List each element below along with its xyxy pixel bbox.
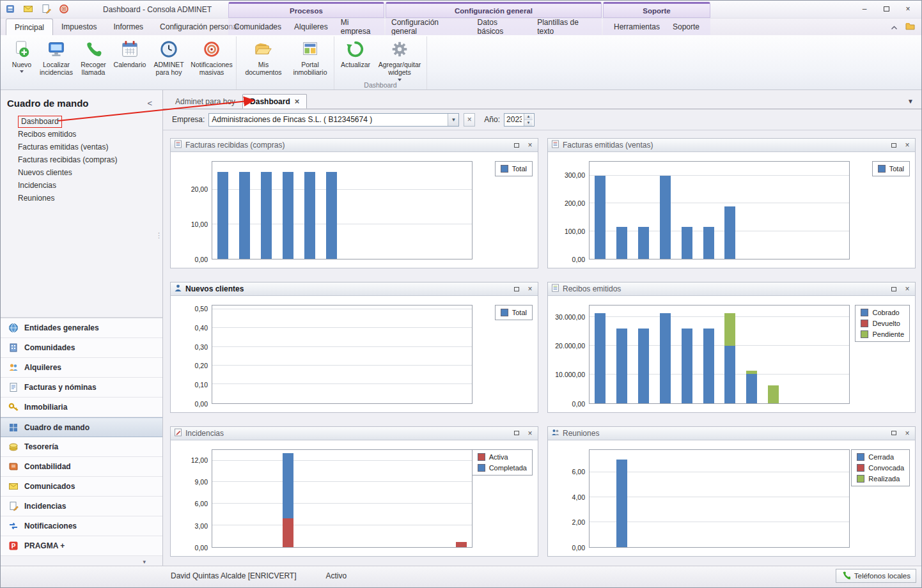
refresh-button[interactable]: Actualizar bbox=[337, 38, 374, 70]
ribbon-tab-soporte[interactable]: Soporte bbox=[667, 19, 705, 35]
real-estate-portal-button[interactable]: Portal inmobiliario bbox=[289, 38, 331, 79]
ribbon-tab-comunidades[interactable]: Comunidades bbox=[228, 19, 287, 35]
nav-item-notificaciones[interactable]: Notificaciones bbox=[1, 516, 162, 536]
widget-facturas-emitidas: Facturas emitidas (ventas) × 0,00100,002… bbox=[547, 138, 916, 268]
nav-item-contabilidad[interactable]: Contabilidad bbox=[1, 457, 162, 477]
nav-item-comunidades[interactable]: Comunidades bbox=[1, 338, 162, 358]
empresa-combobox[interactable]: ▼ bbox=[208, 113, 459, 127]
empresa-clear-button[interactable]: × bbox=[464, 113, 475, 127]
app-icon[interactable] bbox=[4, 3, 16, 15]
nav-item-cuadro-de-mando[interactable]: Cuadro de mando bbox=[1, 417, 162, 437]
ribbon-tab-impuestos[interactable]: Impuestos bbox=[53, 19, 105, 35]
my-documents-button[interactable]: Mis documentos bbox=[239, 38, 288, 79]
maximize-widget-button[interactable] bbox=[889, 429, 898, 438]
ribbon-tab-herramientas[interactable]: Herramientas bbox=[608, 19, 666, 35]
close-widget-button[interactable]: × bbox=[526, 429, 535, 438]
widget-header[interactable]: Nuevos clientes × bbox=[171, 282, 538, 296]
nav-item-label: Contabilidad bbox=[24, 462, 71, 471]
sidebar-item-dashboard[interactable]: Dashboard bbox=[18, 115, 162, 128]
collapse-nav-icon[interactable]: ▾ bbox=[143, 559, 146, 565]
nav-item-alquileres[interactable]: Alquileres bbox=[1, 358, 162, 378]
nav-item-comunicados[interactable]: Comunicados bbox=[1, 477, 162, 497]
sidebar-item-recibos-emitidos[interactable]: Recibos emitidos bbox=[18, 128, 162, 141]
spin-down-icon[interactable]: ▼ bbox=[524, 120, 533, 126]
anio-input[interactable] bbox=[504, 114, 524, 126]
sidebar-item-facturas-emitidas[interactable]: Facturas emitidas (ventas) bbox=[18, 141, 162, 153]
ribbon-group-documents: Mis documentos Portal inmobiliario bbox=[237, 36, 334, 89]
chart-bar bbox=[703, 227, 714, 259]
sidebar-item-nuevos-clientes[interactable]: Nuevos clientes bbox=[18, 166, 162, 179]
nav-item-entidades-generales[interactable]: Entidades generales bbox=[1, 318, 162, 338]
broadcast-icon[interactable] bbox=[58, 3, 70, 15]
close-widget-button[interactable]: × bbox=[526, 141, 535, 150]
folder-shortcut-icon[interactable] bbox=[905, 21, 915, 33]
sidebar-item-facturas-recibidas[interactable]: Facturas recibidas (compras) bbox=[18, 153, 162, 166]
splitter-handle[interactable]: ⋮ bbox=[155, 231, 162, 240]
local-phones-button[interactable]: Teléfonos locales bbox=[836, 569, 916, 583]
tab-list-dropdown-icon[interactable]: ▼ bbox=[907, 98, 914, 105]
sidebar-item-reuniones[interactable]: Reuniones bbox=[18, 192, 162, 205]
mail-icon[interactable] bbox=[22, 3, 34, 15]
close-button[interactable]: × bbox=[900, 4, 916, 14]
widget-header[interactable]: Reuniones × bbox=[548, 427, 915, 440]
minimize-button[interactable]: – bbox=[856, 4, 873, 14]
chart-bar bbox=[638, 329, 649, 403]
nav-item-pragma[interactable]: P PRAGMA + bbox=[1, 536, 162, 556]
nav-item-incidencias[interactable]: Incidencias bbox=[1, 497, 162, 516]
empresa-input[interactable] bbox=[209, 114, 448, 126]
chart-bar bbox=[616, 329, 627, 403]
ribbon-tab-datos-basicos[interactable]: Datos básicos bbox=[472, 19, 531, 35]
widget-title: Facturas emitidas (ventas) bbox=[563, 141, 653, 150]
widget-title: Incidencias bbox=[185, 429, 224, 438]
dashboard-items-list: Dashboard Recibos emitidos Facturas emit… bbox=[1, 113, 162, 205]
ribbon-tab-alquileres[interactable]: Alquileres bbox=[288, 19, 334, 35]
people-icon bbox=[8, 362, 19, 373]
ribbon-tab-mi-empresa[interactable]: Mi empresa bbox=[335, 19, 384, 35]
new-icon bbox=[12, 40, 31, 59]
new-button[interactable]: Nuevo bbox=[7, 38, 36, 77]
mass-notifications-button[interactable]: Notificaciones masivas bbox=[190, 38, 233, 79]
ribbon-tab-principal[interactable]: Principal bbox=[6, 19, 53, 35]
ribbon-tab-configuracion-general[interactable]: Configuración general bbox=[386, 19, 471, 35]
close-tab-icon[interactable]: × bbox=[295, 97, 300, 105]
ribbon-tab-informes[interactable]: Informes bbox=[105, 19, 152, 35]
widget-header[interactable]: Incidencias × bbox=[171, 427, 538, 440]
add-remove-widgets-button[interactable]: Agregar/quitar widgets bbox=[375, 38, 424, 85]
sidebar-item-incidencias[interactable]: Incidencias bbox=[18, 179, 162, 192]
calendar-button[interactable]: Calendario bbox=[112, 38, 148, 70]
spin-up-icon[interactable]: ▲ bbox=[524, 114, 533, 120]
maximize-widget-button[interactable] bbox=[512, 429, 521, 438]
nav-item-label: Tesorería bbox=[24, 442, 58, 451]
close-widget-button[interactable]: × bbox=[903, 284, 912, 293]
close-widget-button[interactable]: × bbox=[526, 284, 535, 293]
empresa-dropdown-icon[interactable]: ▼ bbox=[448, 114, 458, 126]
chart-recibos-emitidos: 0,0010.000,0020.000,0030.000,00 bbox=[552, 305, 850, 403]
widget-header[interactable]: Facturas recibidas (compras) × bbox=[171, 139, 538, 152]
widget-header[interactable]: Recibos emitidos × bbox=[548, 282, 915, 296]
anio-spinner[interactable]: ▲▼ bbox=[504, 113, 535, 127]
pickup-call-button[interactable]: Recoger llamada bbox=[76, 38, 111, 79]
maximize-widget-button[interactable] bbox=[512, 141, 521, 150]
close-widget-button[interactable]: × bbox=[903, 141, 912, 150]
maximize-widget-button[interactable] bbox=[889, 141, 898, 150]
nav-item-inmobiliaria[interactable]: Inmobiliaria bbox=[1, 398, 162, 417]
collapse-sidebar-button[interactable]: < bbox=[147, 98, 157, 108]
edit-icon[interactable] bbox=[40, 3, 52, 15]
chart-bar bbox=[283, 453, 293, 518]
widget-header[interactable]: Facturas emitidas (ventas) × bbox=[548, 139, 915, 152]
adminet-today-button[interactable]: ADMINET para hoy bbox=[149, 38, 189, 79]
restore-button[interactable] bbox=[878, 4, 895, 14]
nav-item-facturas-y-nominas[interactable]: Facturas y nóminas bbox=[1, 378, 162, 398]
tab-dashboard[interactable]: Dashboard × bbox=[242, 94, 307, 109]
chart-bar bbox=[283, 172, 293, 259]
close-widget-button[interactable]: × bbox=[903, 429, 912, 438]
maximize-widget-button[interactable] bbox=[512, 284, 521, 293]
nav-item-tesoreria[interactable]: Tesorería bbox=[1, 437, 162, 457]
tab-adminet-para-hoy[interactable]: Adminet para hoy bbox=[168, 94, 242, 109]
maximize-widget-button[interactable] bbox=[889, 284, 898, 293]
collapse-ribbon-icon[interactable] bbox=[891, 21, 898, 33]
chart-bar bbox=[261, 172, 272, 259]
ribbon-tab-plantillas-de-texto[interactable]: Plantillas de texto bbox=[531, 19, 602, 35]
nav-item-label: Alquileres bbox=[24, 363, 61, 372]
find-incidents-button[interactable]: Localizar incidencias bbox=[38, 38, 75, 79]
